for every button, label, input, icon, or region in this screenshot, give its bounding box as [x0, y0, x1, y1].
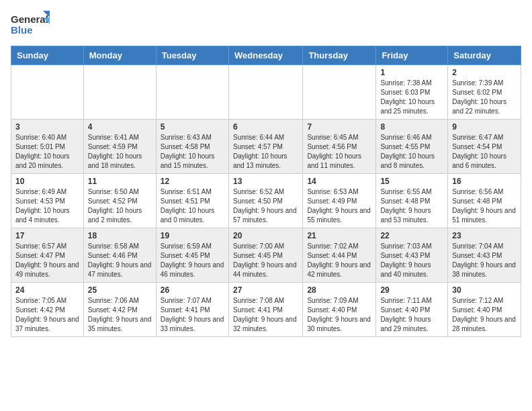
- calendar-cell: 22Sunrise: 7:03 AM Sunset: 4:43 PM Dayli…: [376, 228, 448, 283]
- day-number: 11: [88, 177, 152, 186]
- day-number: 18: [88, 231, 152, 240]
- calendar-cell: 28Sunrise: 7:09 AM Sunset: 4:40 PM Dayli…: [303, 283, 376, 337]
- day-number: 4: [88, 122, 152, 132]
- calendar-week-3: 10Sunrise: 6:49 AM Sunset: 4:53 PM Dayli…: [11, 174, 521, 228]
- col-header-friday: Friday: [376, 46, 448, 65]
- calendar-cell: [156, 65, 228, 120]
- calendar-cell: 23Sunrise: 7:04 AM Sunset: 4:43 PM Dayli…: [448, 228, 521, 283]
- calendar-cell: 13Sunrise: 6:52 AM Sunset: 4:50 PM Dayli…: [228, 174, 302, 228]
- calendar-cell: 17Sunrise: 6:57 AM Sunset: 4:47 PM Dayli…: [11, 228, 84, 283]
- day-number: 24: [15, 285, 79, 295]
- day-info: Sunrise: 6:57 AM Sunset: 4:47 PM Dayligh…: [15, 242, 79, 279]
- day-info: Sunrise: 7:05 AM Sunset: 4:42 PM Dayligh…: [15, 296, 79, 334]
- day-number: 20: [233, 231, 298, 240]
- day-number: 7: [307, 122, 371, 132]
- calendar-cell: 12Sunrise: 6:51 AM Sunset: 4:51 PM Dayli…: [156, 174, 228, 228]
- day-info: Sunrise: 7:08 AM Sunset: 4:41 PM Dayligh…: [233, 296, 298, 334]
- day-info: Sunrise: 6:53 AM Sunset: 4:49 PM Dayligh…: [307, 187, 371, 225]
- col-header-saturday: Saturday: [448, 46, 521, 65]
- day-info: Sunrise: 7:02 AM Sunset: 4:44 PM Dayligh…: [307, 242, 371, 279]
- calendar-cell: 27Sunrise: 7:08 AM Sunset: 4:41 PM Dayli…: [228, 283, 302, 337]
- page-header: GeneralBlue: [11, 11, 521, 39]
- day-info: Sunrise: 7:04 AM Sunset: 4:43 PM Dayligh…: [452, 242, 517, 279]
- day-info: Sunrise: 6:47 AM Sunset: 4:54 PM Dayligh…: [452, 133, 517, 171]
- day-info: Sunrise: 7:39 AM Sunset: 6:02 PM Dayligh…: [452, 79, 517, 116]
- day-number: 3: [15, 122, 79, 132]
- day-info: Sunrise: 7:07 AM Sunset: 4:41 PM Dayligh…: [161, 296, 224, 334]
- calendar-cell: 24Sunrise: 7:05 AM Sunset: 4:42 PM Dayli…: [11, 283, 84, 337]
- calendar-cell: 1Sunrise: 7:38 AM Sunset: 6:03 PM Daylig…: [376, 65, 448, 120]
- day-info: Sunrise: 7:38 AM Sunset: 6:03 PM Dayligh…: [380, 79, 443, 116]
- col-header-monday: Monday: [83, 46, 156, 65]
- day-info: Sunrise: 7:11 AM Sunset: 4:40 PM Dayligh…: [380, 296, 443, 334]
- day-number: 10: [15, 177, 79, 186]
- day-number: 23: [452, 231, 517, 240]
- calendar-table: SundayMondayTuesdayWednesdayThursdayFrid…: [11, 46, 521, 337]
- day-info: Sunrise: 6:56 AM Sunset: 4:48 PM Dayligh…: [452, 187, 517, 225]
- calendar-cell: 25Sunrise: 7:06 AM Sunset: 4:42 PM Dayli…: [83, 283, 156, 337]
- day-number: 8: [380, 122, 443, 132]
- day-number: 29: [380, 285, 443, 295]
- calendar-header-row: SundayMondayTuesdayWednesdayThursdayFrid…: [11, 46, 521, 65]
- day-info: Sunrise: 6:58 AM Sunset: 4:46 PM Dayligh…: [88, 242, 152, 279]
- calendar-cell: 2Sunrise: 7:39 AM Sunset: 6:02 PM Daylig…: [448, 65, 521, 120]
- day-number: 12: [161, 177, 224, 186]
- calendar-week-5: 24Sunrise: 7:05 AM Sunset: 4:42 PM Dayli…: [11, 283, 521, 337]
- calendar-cell: 6Sunrise: 6:44 AM Sunset: 4:57 PM Daylig…: [228, 120, 302, 174]
- svg-text:Blue: Blue: [11, 24, 33, 36]
- day-info: Sunrise: 6:50 AM Sunset: 4:52 PM Dayligh…: [88, 187, 152, 225]
- day-info: Sunrise: 6:51 AM Sunset: 4:51 PM Dayligh…: [161, 187, 224, 225]
- day-number: 9: [452, 122, 517, 132]
- calendar-cell: [11, 65, 84, 120]
- calendar-cell: 26Sunrise: 7:07 AM Sunset: 4:41 PM Dayli…: [156, 283, 228, 337]
- col-header-wednesday: Wednesday: [228, 46, 302, 65]
- calendar-cell: 29Sunrise: 7:11 AM Sunset: 4:40 PM Dayli…: [376, 283, 448, 337]
- day-number: 6: [233, 122, 298, 132]
- day-number: 28: [307, 285, 371, 295]
- calendar-cell: 19Sunrise: 6:59 AM Sunset: 4:45 PM Dayli…: [156, 228, 228, 283]
- day-info: Sunrise: 7:12 AM Sunset: 4:40 PM Dayligh…: [452, 296, 517, 334]
- day-number: 21: [307, 231, 371, 240]
- day-info: Sunrise: 6:46 AM Sunset: 4:55 PM Dayligh…: [380, 133, 443, 171]
- calendar-cell: 10Sunrise: 6:49 AM Sunset: 4:53 PM Dayli…: [11, 174, 84, 228]
- day-number: 2: [452, 68, 517, 77]
- day-info: Sunrise: 7:03 AM Sunset: 4:43 PM Dayligh…: [380, 242, 443, 279]
- day-number: 17: [15, 231, 79, 240]
- calendar-cell: 8Sunrise: 6:46 AM Sunset: 4:55 PM Daylig…: [376, 120, 448, 174]
- calendar-cell: 15Sunrise: 6:55 AM Sunset: 4:48 PM Dayli…: [376, 174, 448, 228]
- day-number: 25: [88, 285, 152, 295]
- calendar-cell: 3Sunrise: 6:40 AM Sunset: 5:01 PM Daylig…: [11, 120, 84, 174]
- calendar-cell: 9Sunrise: 6:47 AM Sunset: 4:54 PM Daylig…: [448, 120, 521, 174]
- day-number: 1: [380, 68, 443, 77]
- day-info: Sunrise: 6:41 AM Sunset: 4:59 PM Dayligh…: [88, 133, 152, 171]
- day-info: Sunrise: 6:52 AM Sunset: 4:50 PM Dayligh…: [233, 187, 298, 225]
- day-info: Sunrise: 6:44 AM Sunset: 4:57 PM Dayligh…: [233, 133, 298, 171]
- day-number: 22: [380, 231, 443, 240]
- calendar-cell: 16Sunrise: 6:56 AM Sunset: 4:48 PM Dayli…: [448, 174, 521, 228]
- day-number: 5: [161, 122, 224, 132]
- day-info: Sunrise: 6:40 AM Sunset: 5:01 PM Dayligh…: [15, 133, 79, 171]
- calendar-cell: [228, 65, 302, 120]
- day-info: Sunrise: 6:49 AM Sunset: 4:53 PM Dayligh…: [15, 187, 79, 225]
- calendar-cell: [83, 65, 156, 120]
- calendar-cell: 4Sunrise: 6:41 AM Sunset: 4:59 PM Daylig…: [83, 120, 156, 174]
- calendar-cell: 30Sunrise: 7:12 AM Sunset: 4:40 PM Dayli…: [448, 283, 521, 337]
- day-number: 27: [233, 285, 298, 295]
- logo-svg: GeneralBlue: [11, 11, 51, 39]
- day-info: Sunrise: 6:45 AM Sunset: 4:56 PM Dayligh…: [307, 133, 371, 171]
- day-info: Sunrise: 6:59 AM Sunset: 4:45 PM Dayligh…: [161, 242, 224, 279]
- col-header-sunday: Sunday: [11, 46, 84, 65]
- day-number: 19: [161, 231, 224, 240]
- col-header-thursday: Thursday: [303, 46, 376, 65]
- calendar-cell: 20Sunrise: 7:00 AM Sunset: 4:45 PM Dayli…: [228, 228, 302, 283]
- calendar-cell: 11Sunrise: 6:50 AM Sunset: 4:52 PM Dayli…: [83, 174, 156, 228]
- calendar-cell: 5Sunrise: 6:43 AM Sunset: 4:58 PM Daylig…: [156, 120, 228, 174]
- calendar-cell: 14Sunrise: 6:53 AM Sunset: 4:49 PM Dayli…: [303, 174, 376, 228]
- day-number: 26: [161, 285, 224, 295]
- day-info: Sunrise: 6:55 AM Sunset: 4:48 PM Dayligh…: [380, 187, 443, 225]
- day-number: 15: [380, 177, 443, 186]
- day-info: Sunrise: 6:43 AM Sunset: 4:58 PM Dayligh…: [161, 133, 224, 171]
- day-number: 14: [307, 177, 371, 186]
- calendar-cell: 21Sunrise: 7:02 AM Sunset: 4:44 PM Dayli…: [303, 228, 376, 283]
- logo: GeneralBlue: [11, 11, 51, 39]
